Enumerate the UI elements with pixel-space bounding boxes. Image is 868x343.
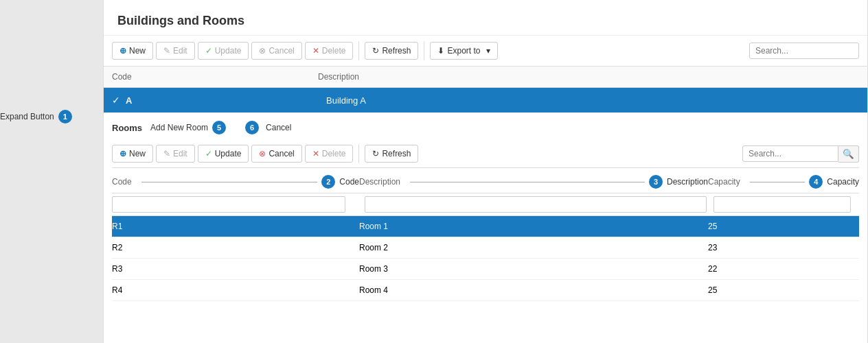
- refresh-icon: ↻: [372, 46, 379, 56]
- cancel-add-room[interactable]: 6 Cancel: [245, 121, 291, 134]
- badge-3: 3: [649, 175, 663, 189]
- cap-badge-label: Capacity: [827, 177, 859, 187]
- rooms-title: Rooms: [112, 123, 142, 133]
- rooms-edit-button[interactable]: ✎ Edit: [156, 145, 195, 163]
- row-code: R1: [112, 222, 359, 231]
- toolbar-separator2: [424, 41, 424, 60]
- expand-badge[interactable]: 1: [58, 110, 72, 123]
- rooms-col-code-label: Code: [112, 177, 132, 187]
- cancel-button[interactable]: ⊗ Cancel: [251, 42, 301, 60]
- row-capacity: 25: [708, 222, 859, 231]
- rooms-table: Code 2 Code Description 3 Description Ca…: [112, 171, 859, 301]
- filter-desc-input[interactable]: [365, 196, 707, 213]
- delete-label: Delete: [322, 46, 346, 56]
- rooms-col-cap-label: Capacity: [708, 177, 740, 187]
- main-table-header: Code Description: [104, 67, 867, 88]
- add-new-room[interactable]: Add New Room 5: [150, 121, 226, 134]
- rooms-toolbar-separator: [358, 144, 359, 163]
- rooms-col-desc-header: Description 3 Description: [359, 175, 708, 189]
- row-description: Room 3: [359, 264, 708, 274]
- export-button[interactable]: ⬇ Export to ▾: [430, 42, 497, 60]
- filter-code-input[interactable]: [112, 196, 345, 213]
- col-cap-line: [750, 182, 806, 182]
- rooms-col-desc-label: Description: [359, 177, 400, 187]
- badge-6: 6: [245, 121, 259, 134]
- rooms-cancel-label: Cancel: [269, 149, 294, 158]
- row-capacity: 23: [708, 243, 859, 252]
- toolbar-search: [749, 43, 859, 59]
- rooms-toolbar: ⊕ New ✎ Edit ✓ Update ⊗ Cancel ✕ Delet: [112, 140, 859, 168]
- expand-button-text: Expand Button: [0, 112, 54, 121]
- update-button[interactable]: ✓ Update: [198, 42, 249, 60]
- page-wrapper: Expand Button 1 Buildings and Rooms ⊕ Ne…: [0, 0, 868, 343]
- main-content: Buildings and Rooms ⊕ New ✎ Edit ✓ Updat…: [103, 0, 868, 343]
- rooms-cancel-button[interactable]: ⊗ Cancel: [251, 145, 301, 163]
- table-row[interactable]: R3 Room 3 22: [112, 259, 859, 280]
- filter-row: [112, 193, 859, 216]
- rooms-update-button[interactable]: ✓ Update: [198, 145, 249, 163]
- delete-icon: ✕: [312, 46, 319, 56]
- cancel-icon: ⊗: [259, 46, 266, 56]
- rooms-table-headers: Code 2 Code Description 3 Description Ca…: [112, 171, 859, 193]
- filter-desc-cell: [359, 196, 708, 213]
- add-new-room-text: Add New Room: [150, 123, 208, 132]
- cancel-label: Cancel: [269, 46, 294, 56]
- top-toolbar: ⊕ New ✎ Edit ✓ Update ⊗ Cancel ✕ Delete …: [104, 36, 867, 67]
- rooms-new-button[interactable]: ⊕ New: [112, 145, 153, 163]
- rooms-check-icon: ✓: [205, 149, 212, 158]
- rooms-delete-label: Delete: [322, 149, 346, 158]
- edit-button[interactable]: ✎ Edit: [156, 42, 195, 60]
- table-row[interactable]: R2 Room 2 23: [112, 237, 859, 259]
- badge-2: 2: [321, 175, 335, 189]
- rooms-search-input[interactable]: [742, 145, 838, 162]
- table-row[interactable]: R1 Room 1 25: [112, 216, 859, 237]
- page-title: Buildings and Rooms: [104, 0, 867, 36]
- toolbar-separator: [358, 41, 359, 60]
- cancel-room-text: Cancel: [266, 123, 291, 132]
- filter-cap-input[interactable]: [713, 196, 851, 213]
- col-code-line: [141, 182, 318, 182]
- check-icon: ✓: [205, 46, 212, 56]
- rooms-cancel-icon: ⊗: [259, 149, 266, 158]
- chevron-down-icon: ▾: [486, 46, 490, 56]
- badge-5: 5: [212, 121, 226, 134]
- row-code: R4: [112, 285, 359, 295]
- pencil-icon: ✎: [163, 46, 170, 56]
- row-description: Room 1: [359, 222, 708, 231]
- plus-icon: ⊕: [119, 46, 126, 56]
- rooms-toolbar-search: 🔍: [742, 145, 859, 163]
- left-panel: Expand Button 1: [0, 0, 103, 343]
- search-input[interactable]: [749, 43, 859, 59]
- rooms-new-label: New: [129, 149, 146, 158]
- row-code: R3: [112, 264, 359, 274]
- row-description: Room 2: [359, 243, 708, 252]
- expand-button-label: Expand Button 1: [0, 110, 103, 123]
- edit-label: Edit: [173, 46, 187, 56]
- badge-4: 4: [809, 175, 823, 189]
- row-capacity: 22: [708, 264, 859, 274]
- delete-button[interactable]: ✕ Delete: [305, 42, 354, 60]
- row-code: R2: [112, 243, 359, 252]
- rooms-refresh-icon: ↻: [372, 149, 379, 158]
- row-description: Room 4: [359, 285, 708, 295]
- selected-building-row[interactable]: ✓ A Building A: [104, 88, 867, 113]
- rooms-delete-icon: ✕: [312, 149, 319, 158]
- rooms-search-button[interactable]: 🔍: [838, 145, 859, 163]
- export-label: Export to: [447, 46, 480, 56]
- table-row[interactable]: R4 Room 4 25: [112, 280, 859, 301]
- filter-cap-cell: [708, 196, 859, 213]
- desc-badge-label: Description: [667, 177, 708, 187]
- refresh-button[interactable]: ↻ Refresh: [365, 42, 418, 60]
- new-button[interactable]: ⊕ New: [112, 42, 153, 60]
- update-label: Update: [215, 46, 242, 56]
- rooms-delete-button[interactable]: ✕ Delete: [305, 145, 354, 163]
- rooms-update-label: Update: [215, 149, 242, 158]
- rooms-header: Rooms Add New Room 5 6 Cancel: [112, 121, 859, 134]
- rooms-section: Rooms Add New Room 5 6 Cancel ⊕ New: [104, 113, 867, 301]
- building-code: A: [126, 95, 326, 106]
- rooms-refresh-button[interactable]: ↻ Refresh: [365, 145, 418, 163]
- row-capacity: 25: [708, 285, 859, 295]
- rooms-col-code-header: Code 2 Code: [112, 175, 359, 189]
- refresh-label: Refresh: [382, 46, 411, 56]
- export-icon: ⬇: [437, 46, 444, 56]
